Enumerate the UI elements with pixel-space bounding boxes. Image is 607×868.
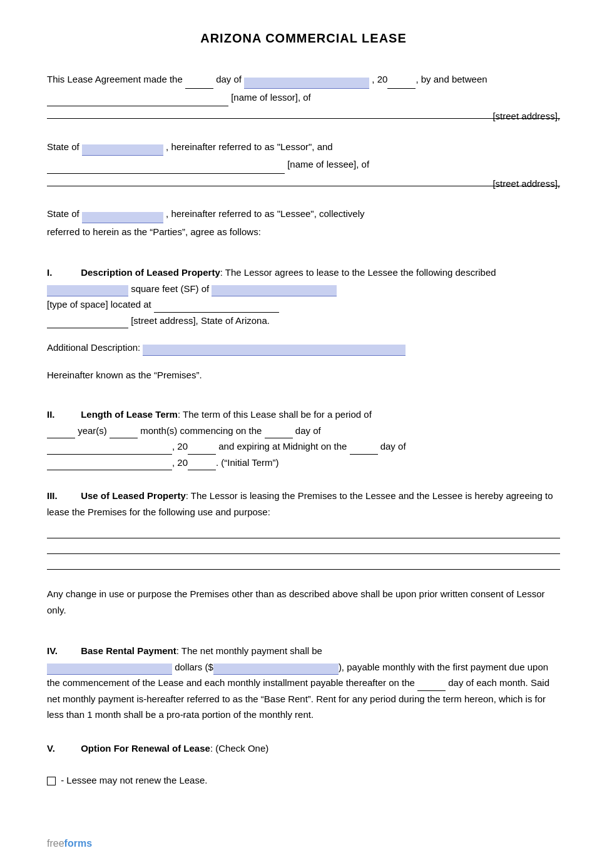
preamble-line1-start: This Lease Agreement made the xyxy=(47,74,183,84)
state-of-2: State of xyxy=(47,208,79,219)
street-field[interactable] xyxy=(47,317,128,328)
type-label: [type of space] located at xyxy=(47,299,151,310)
page-title: ARIZONA COMMERCIAL LEASE xyxy=(47,31,560,46)
use-line-3[interactable] xyxy=(47,556,560,570)
lessor-street-field[interactable] xyxy=(47,106,560,119)
section5: V. Option For Renewal of Lease: (Check O… xyxy=(47,740,560,757)
space-type-field[interactable] xyxy=(212,285,337,296)
lessee-name-field[interactable] xyxy=(47,163,285,174)
section1-roman: I. xyxy=(47,265,78,281)
lessor-state-field[interactable] xyxy=(82,144,163,156)
section4: IV. Base Rental Payment: The net monthly… xyxy=(47,643,560,723)
section3-heading: Use of Leased Property xyxy=(81,490,186,501)
renewal-option: - Lessee may not renew the Lease. xyxy=(47,772,560,789)
section5-body: : (Check One) xyxy=(210,743,268,754)
dollars-label: dollars ($ xyxy=(175,662,213,672)
months-label: month(s) commencing on the xyxy=(140,425,262,436)
section2: II. Length of Lease Term: The term of th… xyxy=(47,406,560,470)
year-prefix2: 20 xyxy=(177,457,188,468)
rent-amount-words-field[interactable] xyxy=(47,664,172,675)
years-field[interactable] xyxy=(47,427,75,438)
section2-body1: : The term of this Lease shall be for a … xyxy=(178,409,372,420)
section1-body: : The Lessor agrees to lease to the Less… xyxy=(220,267,496,278)
use-change-text: Any change in use or purpose the Premise… xyxy=(47,588,544,615)
months-field[interactable] xyxy=(110,427,138,438)
initial-term: . (“Initial Term”) xyxy=(216,457,279,468)
additional-label: Additional Description: xyxy=(47,342,140,353)
referred-to: referred to herein as the “Parties”, agr… xyxy=(47,226,261,237)
lessor-label: [name of lessor], of xyxy=(231,92,311,103)
use-lines xyxy=(47,525,560,570)
use-line-2[interactable] xyxy=(47,540,560,554)
section5-roman: V. xyxy=(47,740,78,757)
lessee-label: [name of lessee], of xyxy=(287,159,369,169)
lessee-street-field[interactable] xyxy=(47,174,560,186)
additional-field[interactable] xyxy=(143,345,406,356)
hereinafter-lessor: , hereinafter referred to as "Lessor", a… xyxy=(166,141,333,152)
footer-free: free xyxy=(47,838,64,849)
preamble-section: This Lease Agreement made the day of , 2… xyxy=(47,71,560,241)
section5-heading: Option For Renewal of Lease xyxy=(81,743,210,754)
year-prefix: 20 xyxy=(377,74,388,84)
section2-roman: II. xyxy=(47,406,78,423)
by-and-between: by and between xyxy=(421,74,487,84)
start-month-field[interactable] xyxy=(47,443,172,455)
street-address-label: [street address], xyxy=(492,108,560,126)
payment-day-field[interactable] xyxy=(417,680,446,691)
sqft-label: square feet (SF) of xyxy=(131,283,209,294)
day-label: day of xyxy=(216,74,242,84)
years-label: year(s) xyxy=(78,425,107,436)
premises-section: Hereinafter known as the “Premises”. xyxy=(47,367,560,383)
section2-heading: Length of Lease Term xyxy=(81,409,178,420)
section3: III. Use of Leased Property: The Lessor … xyxy=(47,488,560,570)
lessor-name-field[interactable] xyxy=(47,95,228,106)
street-address-label2: [street address], xyxy=(492,175,560,193)
street-state: [street address], State of Arizona. xyxy=(131,315,270,326)
day-label2: day of xyxy=(380,441,406,452)
start-day-field[interactable] xyxy=(265,427,293,438)
footer-forms: forms xyxy=(64,838,92,849)
rent-amount-numbers-field[interactable] xyxy=(213,664,339,675)
year-prefix: 20 xyxy=(177,441,188,452)
hereinafter-lessee: , hereinafter referred to as "Lessee", c… xyxy=(166,208,364,219)
location-field[interactable] xyxy=(154,301,279,313)
section3-roman: III. xyxy=(47,488,78,504)
use-line-1[interactable] xyxy=(47,525,560,538)
year-field[interactable] xyxy=(387,78,416,89)
end-day-field[interactable] xyxy=(350,443,378,455)
month-field[interactable] xyxy=(244,78,369,89)
additional-description-section: Additional Description: xyxy=(47,340,560,356)
end-year-field[interactable] xyxy=(188,459,216,470)
use-change-section: Any change in use or purpose the Premise… xyxy=(47,586,560,618)
lessee-state-field[interactable] xyxy=(82,212,163,223)
section1: I. Description of Leased Property: The L… xyxy=(47,265,560,328)
section4-body1: : The net monthly payment shall be xyxy=(176,645,322,656)
state-of-1: State of xyxy=(47,141,79,152)
renewal-checkbox[interactable] xyxy=(47,777,56,785)
start-year-field[interactable] xyxy=(188,443,216,455)
section4-roman: IV. xyxy=(47,643,78,659)
sqft-field[interactable] xyxy=(47,285,128,296)
premises-text: Hereinafter known as the “Premises”. xyxy=(47,370,202,380)
footer-logo: freeforms xyxy=(47,838,92,849)
section1-heading: Description of Leased Property xyxy=(81,267,220,278)
expiring: and expiring at Midnight on the xyxy=(218,441,347,452)
day-label: day of xyxy=(295,425,321,436)
page: ARIZONA COMMERCIAL LEASE This Lease Agre… xyxy=(0,0,607,868)
renewal-option-label: - Lessee may not renew the Lease. xyxy=(61,775,207,785)
section4-heading: Base Rental Payment xyxy=(81,645,176,656)
end-month-field[interactable] xyxy=(47,459,172,470)
day-field[interactable] xyxy=(185,78,213,89)
